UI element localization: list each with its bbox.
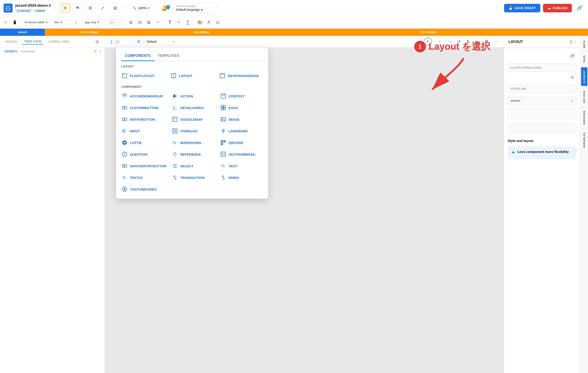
delete-icon[interactable]: 🗑 xyxy=(483,38,491,46)
gap-dropdown[interactable]: gap-only ▾ xyxy=(83,19,105,26)
external-link-icon[interactable]: 🔗 xyxy=(575,3,584,13)
googlemap-icon xyxy=(172,116,178,123)
item-youtubevideo[interactable]: YOUTUBEVIDEO xyxy=(119,183,169,195)
item-floatlayout[interactable]: FLOATLAYOUT xyxy=(119,70,168,82)
item-markdown[interactable]: T MARKDOWN xyxy=(169,137,217,148)
save-draft-button[interactable]: 💾 SAVE DRAFT xyxy=(504,4,540,12)
url-input[interactable] xyxy=(508,85,576,93)
item-question[interactable]: ? QUESTION xyxy=(119,148,169,160)
anchor-id-input[interactable] xyxy=(508,63,576,72)
item-itemslist[interactable]: ITEMSLIST xyxy=(169,125,217,137)
tab-issues[interactable]: ISSUES xyxy=(4,39,19,44)
align-right-icon[interactable]: ⊠ xyxy=(145,18,153,26)
component-section-label: COMPONENT xyxy=(116,82,268,90)
tab-components[interactable]: COMPONENTS xyxy=(121,52,154,61)
extra-field[interactable] xyxy=(508,123,576,134)
copy-icon[interactable]: ⊡ xyxy=(568,73,576,81)
item-googlemap[interactable]: GOOGLEMAP xyxy=(169,114,217,125)
bp-lg[interactable]: lg (>=960px) xyxy=(134,29,269,36)
item-santaentrybutton[interactable]: B SANTAENTRYBUTTON xyxy=(119,160,169,172)
bp-xl[interactable]: xl (>=1440px) xyxy=(269,29,588,36)
notification-btn[interactable]: 🔔 0 xyxy=(161,5,170,11)
font-color-icon[interactable]: A xyxy=(205,18,213,26)
tab-templates[interactable]: TEMPLATES xyxy=(154,52,183,61)
style-selector[interactable]: S ☆ Default ▾ xyxy=(133,38,178,45)
item-input[interactable]: INPUT xyxy=(119,125,169,137)
device-toggle-icon[interactable]: 📱 xyxy=(10,18,20,27)
side-tab-tags[interactable]: TAGS xyxy=(581,53,587,65)
class-field[interactable] xyxy=(508,108,576,119)
side-tab-variables[interactable]: VARIABLES xyxy=(581,130,587,151)
item-accordiongroup[interactable]: ACCORDIONGROUP xyxy=(119,90,169,102)
item-context[interactable]: CONTEXT xyxy=(217,90,266,102)
redo-icon[interactable]: → xyxy=(445,38,453,46)
indent-icon[interactable]: ⇤ xyxy=(473,38,482,46)
target-icon[interactable]: ◎ xyxy=(94,38,101,45)
layout-badge[interactable]: LAYOUT ▾ xyxy=(4,50,18,53)
item-image[interactable]: IMAGE xyxy=(217,114,266,125)
svg-marker-9 xyxy=(173,94,177,98)
px-input[interactable] xyxy=(107,19,123,26)
item-when[interactable]: WHEN xyxy=(217,172,266,183)
flex-dropdown[interactable]: flex ▾ xyxy=(52,19,70,26)
sun-icon-btn[interactable]: ☀ xyxy=(60,3,70,13)
item-transaction[interactable]: TRANSACTION xyxy=(169,172,217,183)
align-stretch-icon[interactable]: ↔ xyxy=(154,18,162,26)
zoom-control[interactable]: 🔍 100% ▾ xyxy=(129,4,152,12)
more-icon[interactable]: ⋯ xyxy=(492,38,500,46)
add-component-button[interactable]: + xyxy=(424,38,432,46)
settings-icon-btn[interactable]: ⚙ xyxy=(85,3,95,13)
style-card: ✦ Less component more flexibility xyxy=(508,146,576,159)
text-plus-icon[interactable]: + xyxy=(175,18,183,26)
tab-tree-view[interactable]: TREE VIEW xyxy=(22,39,43,45)
preview-language-control[interactable]: Preview language Default language ▾ xyxy=(173,3,217,13)
side-tab-meta[interactable]: META xyxy=(581,38,587,51)
item-text[interactable]: T TEXT xyxy=(217,160,266,172)
item-textv2[interactable]: T TEXTV2 xyxy=(119,172,169,183)
item-custombutton[interactable]: B CUSTOMBUTTON xyxy=(119,102,169,114)
column-icon[interactable]: ↕ xyxy=(72,18,80,26)
align-center-icon[interactable]: ⊟ xyxy=(136,18,144,26)
item-detailsarea[interactable]: T DETAILSAREA xyxy=(169,102,217,114)
right-panel-chevron-icon[interactable]: › xyxy=(574,39,576,44)
style-dropdown[interactable]: ∫ xyxy=(108,38,131,45)
rotate-icon[interactable]: ↺ xyxy=(454,38,462,46)
badge-mercari[interactable]: @:mercari xyxy=(15,9,32,13)
sort-icon[interactable]: ⇅ xyxy=(464,38,472,46)
publish-button[interactable]: ☁ PUBLISH xyxy=(543,4,572,12)
text-size-icon[interactable]: T xyxy=(166,18,174,26)
side-tab-element[interactable]: ELEMENT xyxy=(581,67,587,86)
svg-rect-1 xyxy=(123,74,124,75)
link-icon-btn-right[interactable]: 🔗 xyxy=(568,52,576,60)
item-entrybutton[interactable]: B ENTRYBUTTON xyxy=(119,114,169,125)
item-lottie[interactable]: LOTTIE xyxy=(119,137,169,148)
grid-icon-btn[interactable]: ⊞ xyxy=(110,3,120,13)
bp-default[interactable]: default xyxy=(0,29,45,36)
share-icon-btn[interactable]: ⤤ xyxy=(98,3,108,13)
right-panel-code-icon[interactable]: {} xyxy=(570,39,572,44)
text-under-icon[interactable]: T̲ xyxy=(184,18,192,26)
side-tab-versions[interactable]: VERSIONS xyxy=(581,108,587,128)
item-reference[interactable]: REFERENCE xyxy=(169,148,217,160)
eye-icon-btn[interactable]: 👁 xyxy=(73,3,83,13)
badge-version[interactable]: v:latest xyxy=(33,9,46,13)
item-action[interactable]: ACTION xyxy=(169,90,217,102)
item-responsivepage[interactable]: RESPONSIVEPAGE xyxy=(217,70,266,82)
page-icon: PAGE xyxy=(4,4,12,12)
item-landmark[interactable]: LANDMARK xyxy=(217,125,266,137)
toggle-switch[interactable] xyxy=(113,40,120,43)
side-tab-dry-run[interactable]: DRY-RUN xyxy=(581,88,587,106)
layout-icon[interactable]: ⊡ xyxy=(214,18,222,26)
item-each[interactable]: EACH xyxy=(217,102,266,114)
target-select[interactable]: window ▾ xyxy=(508,96,576,105)
item-select[interactable]: SELECT xyxy=(169,160,217,172)
item-skuthumbnail[interactable]: SKUTHUMBNAIL xyxy=(217,148,266,160)
device-width-btn[interactable]: All device width ▾ xyxy=(22,19,50,26)
item-qrcode[interactable]: QRCODE xyxy=(217,137,266,148)
bg-color-icon[interactable]: 🎨 xyxy=(196,18,204,26)
undo-icon[interactable]: ← xyxy=(436,38,444,46)
align-left-icon[interactable]: ⊞ xyxy=(127,18,135,26)
bp-md[interactable]: md (>=568px) xyxy=(45,29,134,36)
tab-hybrid-view[interactable]: HYBRID VIEW xyxy=(47,39,71,44)
item-layout[interactable]: LAYOUT xyxy=(168,70,217,82)
